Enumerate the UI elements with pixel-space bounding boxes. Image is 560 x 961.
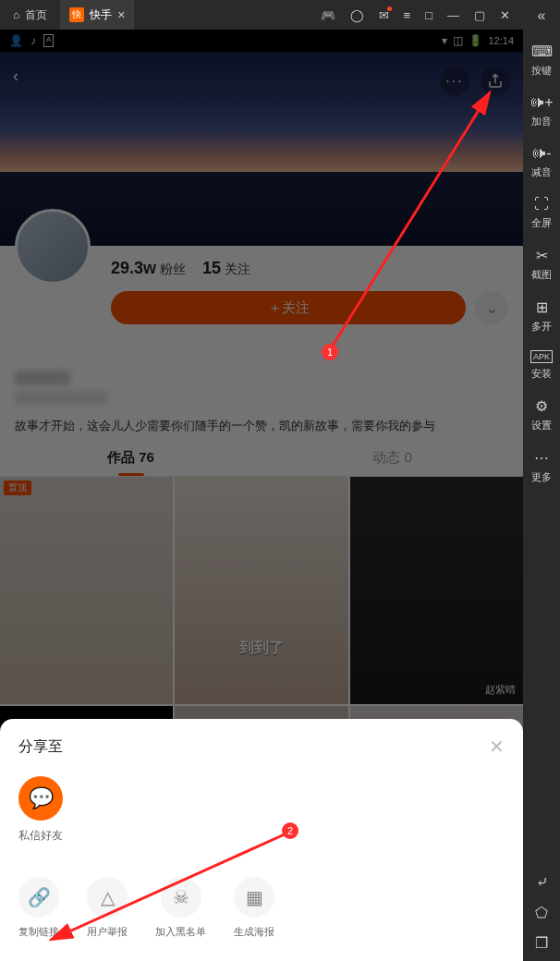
back-button[interactable]: ‹: [13, 67, 18, 86]
gear-icon: ⚙: [535, 397, 548, 415]
app-small-icon-3: A: [43, 34, 54, 47]
emulator-sidebar: « ⌨按键 🕪+加音 🕪-减音 ⛶全屏 ✂截图 ⊞多开 APK安装 ⚙设置 ⋯更…: [523, 0, 560, 961]
stat-fans[interactable]: 29.3w粉丝: [111, 259, 186, 278]
userid-redacted: [15, 391, 107, 404]
action-poster[interactable]: ▦生成海报: [234, 877, 274, 939]
sidebar-item-keys[interactable]: ⌨按键: [531, 43, 553, 78]
profile-section: 29.3w粉丝 15关注 ＋关注 ⌄ 故事才开始，这会儿人少需要你们随手的一个赞…: [0, 246, 523, 471]
app-small-icon-2: ♪: [30, 34, 36, 47]
sidebar-item-more[interactable]: ⋯更多: [531, 449, 552, 484]
window-titlebar: ⌂ 首页 快 快手 × 🎮 ◯ ✉ ≡ □ — ▢ ✕: [0, 0, 523, 30]
tab-kuaishou[interactable]: 快 快手 ×: [60, 0, 134, 30]
profile-dropdown-button[interactable]: ⌄: [475, 291, 508, 324]
main-area: ⌂ 首页 快 快手 × 🎮 ◯ ✉ ≡ □ — ▢ ✕ 👤 ♪ A: [0, 0, 523, 961]
volume-down-icon: 🕪-: [531, 145, 551, 162]
apk-icon: APK: [530, 350, 553, 363]
android-home-icon[interactable]: ⬠: [535, 904, 548, 921]
sidebar-item-volume-up[interactable]: 🕪+加音: [530, 94, 553, 128]
keyboard-icon: ⌨: [531, 43, 553, 60]
volume-up-icon: 🕪+: [530, 94, 553, 111]
user-icon[interactable]: ◯: [350, 8, 364, 22]
share-sheet: 分享至 ✕ 💬 私信好友 🔗复制链接 △用户举报 ☠加入黑名单 ▦生成海报: [0, 719, 523, 961]
fullscreen-icon: ⛶: [534, 196, 549, 213]
skull-icon: ☠: [161, 877, 201, 918]
sidebar-item-screenshot[interactable]: ✂截图: [531, 247, 552, 282]
app-small-icon-1: 👤: [9, 34, 23, 47]
sidebar-item-install[interactable]: APK安装: [530, 350, 553, 381]
action-blacklist[interactable]: ☠加入黑名单: [155, 877, 206, 939]
sidebar-collapse-icon[interactable]: «: [538, 7, 546, 24]
profile-bio: 故事才开始，这会儿人少需要你们随手的一个赞，凯的新故事，需要你我的参与: [0, 404, 523, 435]
clock: 12:14: [488, 35, 514, 46]
action-copy-link[interactable]: 🔗复制链接: [18, 877, 59, 939]
video-thumb-3[interactable]: 赵紫晴: [350, 477, 523, 704]
share-private-message[interactable]: 💬 私信好友: [18, 776, 63, 844]
menu-icon[interactable]: ≡: [404, 8, 411, 22]
more-icon: ⋯: [534, 449, 549, 467]
action-report[interactable]: △用户举报: [87, 877, 128, 939]
share-sheet-close-button[interactable]: ✕: [489, 736, 505, 758]
grid-icon: ▦: [234, 877, 274, 918]
profile-share-button[interactable]: [481, 67, 510, 96]
signal-icon: ◫: [453, 34, 463, 47]
follow-button[interactable]: ＋关注: [111, 291, 466, 324]
home-tab[interactable]: ⌂ 首页: [0, 7, 60, 23]
scissors-icon: ✂: [536, 247, 548, 264]
window-close-icon[interactable]: ✕: [500, 8, 510, 22]
sidebar-item-volume-down[interactable]: 🕪-减音: [531, 145, 552, 179]
tab-updates[interactable]: 动态 0: [262, 440, 523, 476]
wifi-icon: ▾: [442, 34, 447, 47]
mail-icon[interactable]: ✉: [379, 8, 389, 22]
sidebar-item-multi[interactable]: ⊞多开: [531, 298, 552, 334]
tab-close-icon[interactable]: ×: [117, 7, 125, 22]
kuaishou-logo-icon: 快: [69, 7, 84, 22]
username-redacted: [15, 371, 70, 385]
profile-tabs: 作品 76 动态 0: [0, 440, 523, 477]
sidebar-item-fullscreen[interactable]: ⛶全屏: [531, 196, 552, 230]
home-icon: ⌂: [13, 8, 19, 21]
pin-badge: 置顶: [4, 480, 31, 495]
profile-more-button[interactable]: ···: [440, 67, 469, 96]
android-back-icon[interactable]: ⤶: [536, 873, 548, 891]
android-recents-icon[interactable]: ❐: [535, 934, 548, 952]
gamepad-icon[interactable]: 🎮: [321, 8, 335, 22]
sidebar-item-settings[interactable]: ⚙设置: [531, 397, 552, 432]
window-minimize-icon[interactable]: —: [447, 8, 459, 22]
share-sheet-title: 分享至: [18, 737, 63, 757]
video-thumb-2[interactable]: 到到了: [175, 477, 347, 704]
avatar[interactable]: [15, 209, 91, 285]
share-icon: [487, 73, 504, 90]
chat-bubble-icon: 💬: [18, 776, 63, 821]
stat-follow[interactable]: 15关注: [202, 259, 250, 278]
link-icon: 🔗: [18, 877, 59, 918]
android-statusbar: 👤 ♪ A ▾ ◫ 🔋 12:14: [0, 30, 523, 52]
warning-icon: △: [87, 877, 128, 918]
tab-works[interactable]: 作品 76: [0, 440, 262, 476]
external-icon[interactable]: □: [425, 8, 432, 22]
window-maximize-icon[interactable]: ▢: [474, 8, 485, 22]
battery-icon: 🔋: [469, 34, 482, 47]
app-stage: 👤 ♪ A ▾ ◫ 🔋 12:14 ‹ ··· 29.3w粉丝 15关注: [0, 30, 523, 961]
video-thumb-1[interactable]: 置顶: [0, 477, 173, 704]
multi-open-icon: ⊞: [536, 298, 548, 316]
